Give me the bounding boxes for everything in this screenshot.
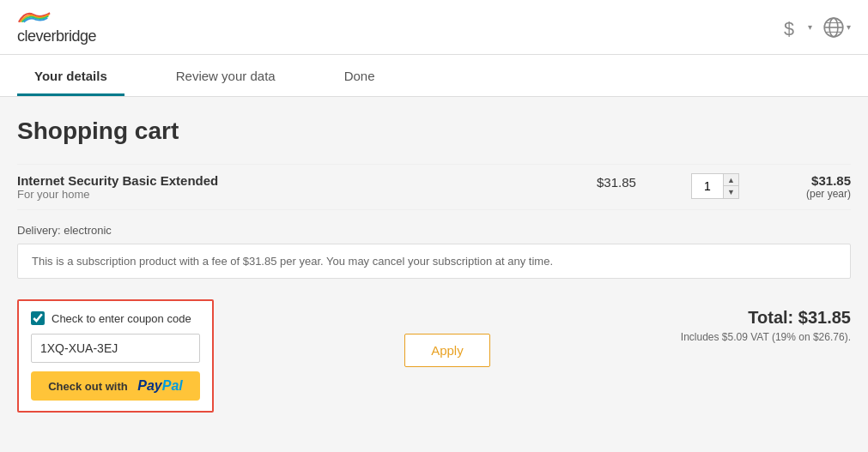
coupon-check-row: Check to enter coupon code bbox=[31, 311, 200, 325]
total-section: Total: $31.85 Includes $5.09 VAT (19% on… bbox=[681, 299, 851, 343]
logo-text: cleverbridge bbox=[17, 27, 96, 45]
page-title: Shopping cart bbox=[17, 118, 851, 145]
header: cleverbridge $ ▾ ▾ bbox=[0, 0, 868, 55]
logo: cleverbridge bbox=[17, 9, 96, 45]
tab-your-details[interactable]: Your details bbox=[17, 55, 124, 96]
product-total: $31.85 (per year) bbox=[765, 173, 851, 200]
apply-section: Apply bbox=[404, 299, 490, 367]
paypal-brand: PayPal bbox=[137, 378, 182, 394]
total-amount: Total: $31.85 bbox=[681, 308, 851, 328]
delivery-label: Delivery: electronic bbox=[17, 224, 851, 237]
coupon-input[interactable] bbox=[31, 334, 200, 363]
language-chevron: ▾ bbox=[847, 22, 851, 32]
language-button[interactable]: ▾ bbox=[822, 16, 851, 39]
logo-icon bbox=[17, 9, 52, 26]
header-icons: $ ▾ ▾ bbox=[784, 16, 851, 39]
product-price: $31.85 bbox=[597, 173, 665, 190]
product-subtitle: For your home bbox=[17, 188, 597, 201]
currency-chevron: ▾ bbox=[808, 22, 812, 32]
bottom-section: Check to enter coupon code Check out wit… bbox=[17, 299, 851, 413]
quantity-control: ▲ ▼ bbox=[691, 173, 739, 199]
quantity-up-button[interactable]: ▲ bbox=[723, 174, 738, 186]
tabs-bar: Your details Review your data Done bbox=[0, 55, 868, 97]
language-icon bbox=[822, 16, 845, 39]
quantity-arrows: ▲ ▼ bbox=[723, 174, 738, 198]
quantity-input[interactable] bbox=[692, 174, 723, 198]
coupon-checkbox[interactable] bbox=[31, 311, 45, 325]
paypal-prefix: Check out with bbox=[48, 380, 127, 393]
product-name: Internet Security Basic Extended bbox=[17, 173, 597, 188]
apply-button[interactable]: Apply bbox=[404, 334, 490, 367]
info-box: This is a subscription product with a fe… bbox=[17, 244, 851, 279]
product-row: Internet Security Basic Extended For you… bbox=[17, 164, 851, 210]
product-info: Internet Security Basic Extended For you… bbox=[17, 173, 597, 201]
currency-icon: $ bbox=[784, 16, 806, 39]
coupon-box: Check to enter coupon code Check out wit… bbox=[17, 299, 214, 413]
main-content: Shopping cart Internet Security Basic Ex… bbox=[0, 97, 868, 430]
paypal-button[interactable]: Check out with PayPal bbox=[31, 371, 200, 401]
tab-review-data[interactable]: Review your data bbox=[159, 55, 293, 96]
total-vat: Includes $5.09 VAT (19% on $26.76). bbox=[681, 331, 851, 343]
coupon-check-label: Check to enter coupon code bbox=[52, 312, 191, 325]
svg-text:$: $ bbox=[784, 17, 794, 38]
quantity-down-button[interactable]: ▼ bbox=[723, 186, 738, 198]
currency-button[interactable]: $ ▾ bbox=[784, 16, 812, 39]
tab-done[interactable]: Done bbox=[327, 55, 392, 96]
coupon-input-row bbox=[31, 334, 200, 363]
product-total-sub: (per year) bbox=[765, 188, 851, 200]
